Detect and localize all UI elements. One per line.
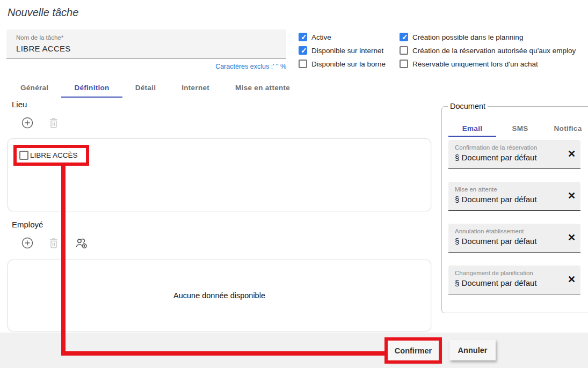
options-column-left: Active Disponible sur internet Disponibl…: [299, 32, 386, 69]
doc-item-confirmation-reservation[interactable]: Confirmation de la réservation § Documen…: [448, 140, 580, 169]
checkbox-icon[interactable]: [299, 60, 307, 68]
checkbox-label: Disponible sur la borne: [311, 60, 386, 68]
checkbox-icon[interactable]: [400, 60, 408, 68]
lieu-delete-button[interactable]: [47, 116, 60, 129]
task-name-value: LIBRE ACCES: [16, 44, 71, 53]
excluded-characters-hint: Caractères exclus :' " %: [6, 63, 286, 70]
doc-item-value: § Document par défaut: [455, 195, 575, 204]
lieu-item-label: LIBRE ACCÈS: [30, 151, 78, 159]
doc-item-label: Confirmation de la réservation: [455, 144, 575, 151]
doc-item-value: § Document par défaut: [455, 278, 575, 287]
tab-notification[interactable]: Notifica: [544, 122, 588, 137]
employe-card: Aucune donnée disponible: [8, 260, 431, 331]
trash-icon: [47, 122, 60, 131]
doc-item-label: Changement de planification: [455, 270, 575, 276]
checkbox-creation-reservation-employes[interactable]: Création de la réservation autorisée qu'…: [400, 46, 588, 55]
trash-icon: [47, 242, 60, 251]
checkbox-label: Active: [311, 33, 331, 41]
doc-item-label: Annulation établissement: [455, 228, 575, 234]
people-add-icon: [75, 242, 88, 252]
doc-item-annulation-etablissement[interactable]: Annulation établissement § Document par …: [448, 224, 580, 253]
cancel-button[interactable]: Annuler: [449, 340, 496, 360]
page-title: Nouvelle tâche: [8, 6, 78, 19]
plus-circle-icon: [21, 122, 34, 131]
confirm-button[interactable]: Confirmer: [388, 340, 439, 361]
checkbox-icon[interactable]: [19, 151, 28, 160]
checkbox-label: Disponible sur internet: [311, 47, 383, 55]
checkbox-active[interactable]: Active: [299, 32, 386, 42]
employe-delete-button[interactable]: [47, 237, 60, 249]
checkbox-icon[interactable]: [299, 46, 307, 55]
checkbox-reservable-achat[interactable]: Réservable uniquement lors d'un achat: [400, 59, 588, 69]
checkbox-icon[interactable]: [400, 46, 408, 55]
close-icon[interactable]: ✕: [568, 149, 576, 159]
lieu-add-button[interactable]: [21, 116, 34, 129]
footer-bar: Confirmer Annuler: [0, 333, 588, 368]
checkbox-label: Création possible dans le planning: [412, 33, 523, 41]
tab-mise-en-attente[interactable]: Mise en attente: [222, 78, 303, 98]
close-icon[interactable]: ✕: [568, 191, 576, 201]
checkbox-disponible-internet[interactable]: Disponible sur internet: [299, 46, 386, 55]
empty-state-text: Aucune donnée disponible: [173, 291, 265, 300]
close-icon[interactable]: ✕: [568, 233, 576, 242]
checkbox-disponible-borne[interactable]: Disponible sur la borne: [299, 59, 386, 69]
lieu-card: LIBRE ACCÈS: [8, 138, 431, 211]
lieu-section-label: Lieu: [12, 100, 27, 109]
checkbox-creation-planning[interactable]: Création possible dans le planning: [400, 32, 588, 42]
doc-item-value: § Document par défaut: [455, 153, 575, 162]
tab-internet[interactable]: Internet: [169, 78, 222, 98]
task-name-label: Nom de la tâche*: [16, 34, 63, 41]
tab-general[interactable]: Général: [8, 78, 61, 98]
checkbox-icon[interactable]: [299, 33, 307, 41]
checkbox-label: Réservable uniquement lors d'un achat: [412, 60, 538, 68]
doc-item-label: Mise en attente: [455, 186, 575, 193]
checkbox-label: Création de la réservation autorisée qu'…: [412, 47, 576, 55]
doc-item-mise-en-attente[interactable]: Mise en attente § Document par défaut ✕: [448, 182, 580, 211]
document-panel-legend: Document: [448, 102, 488, 110]
employe-section-label: Employé: [12, 220, 43, 229]
tab-email[interactable]: Email: [448, 122, 496, 137]
doc-item-changement-planification[interactable]: Changement de planification § Document p…: [448, 265, 580, 294]
document-panel: Document Email SMS Notifica Confirmation…: [441, 106, 588, 313]
checkbox-icon[interactable]: [400, 33, 408, 41]
plus-circle-icon: [21, 242, 34, 251]
doc-item-value: § Document par défaut: [455, 237, 575, 246]
document-tabbar: Email SMS Notifica: [448, 122, 588, 137]
task-name-field[interactable]: Nom de la tâche* LIBRE ACCES: [6, 29, 286, 59]
tab-detail[interactable]: Détail: [122, 78, 169, 98]
main-tabbar: Général Définition Détail Internet Mise …: [8, 78, 303, 98]
tab-sms[interactable]: SMS: [496, 122, 544, 137]
options-column-right: Création possible dans le planning Créat…: [400, 32, 588, 69]
employe-add-button[interactable]: [21, 237, 34, 249]
employe-add-group-button[interactable]: [75, 237, 88, 249]
close-icon[interactable]: ✕: [568, 275, 576, 284]
lieu-item-libre-acces[interactable]: LIBRE ACCÈS: [19, 151, 78, 160]
document-items: Confirmation de la réservation § Documen…: [448, 140, 580, 307]
new-task-screen: Nouvelle tâche Nom de la tâche* LIBRE AC…: [0, 0, 588, 369]
tab-definition[interactable]: Définition: [61, 78, 122, 98]
